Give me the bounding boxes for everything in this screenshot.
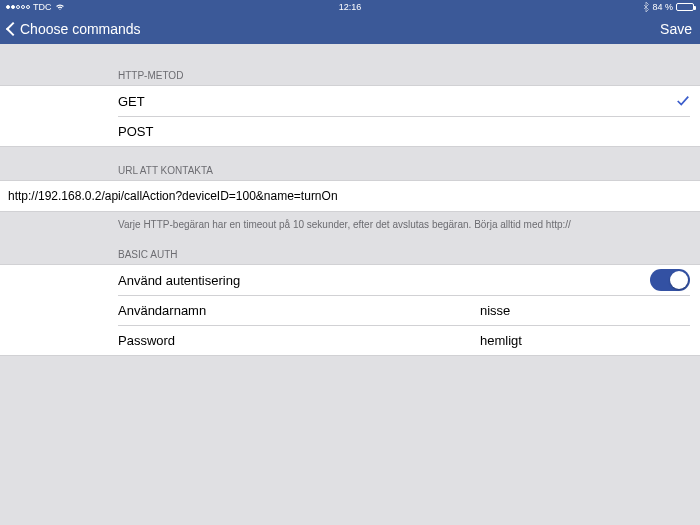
status-right: 84 % bbox=[643, 2, 694, 12]
auth-toggle-label: Använd autentisering bbox=[118, 273, 240, 288]
password-value: hemligt bbox=[480, 333, 522, 348]
username-value: nisse bbox=[480, 303, 510, 318]
option-label: GET bbox=[118, 94, 145, 109]
option-label: POST bbox=[118, 124, 153, 139]
signal-dots-icon bbox=[6, 5, 30, 9]
username-label: Användarnamn bbox=[118, 303, 206, 318]
url-group: http://192.168.0.2/api/callAction?device… bbox=[0, 180, 700, 212]
wifi-icon bbox=[55, 3, 65, 11]
username-row[interactable]: Användarnamn nisse bbox=[0, 295, 700, 325]
back-label: Choose commands bbox=[20, 21, 141, 37]
password-row[interactable]: Password hemligt bbox=[0, 325, 700, 355]
url-header: URL ATT KONTAKTA bbox=[0, 147, 700, 180]
url-footer: Varje HTTP-begäran har en timeout på 10 … bbox=[0, 212, 700, 231]
auth-toggle[interactable] bbox=[650, 269, 690, 291]
http-method-header: HTTP-METOD bbox=[0, 52, 700, 85]
http-method-group: GET POST bbox=[0, 85, 700, 147]
battery-percent: 84 % bbox=[652, 2, 673, 12]
clock: 12:16 bbox=[339, 2, 362, 12]
auth-group: Använd autentisering Användarnamn nisse … bbox=[0, 264, 700, 356]
checkmark-icon bbox=[676, 94, 690, 108]
url-input[interactable]: http://192.168.0.2/api/callAction?device… bbox=[0, 181, 700, 211]
battery-icon bbox=[676, 3, 694, 11]
chevron-left-icon bbox=[6, 22, 20, 36]
back-button[interactable]: Choose commands bbox=[8, 21, 141, 37]
save-button[interactable]: Save bbox=[660, 21, 692, 37]
password-label: Password bbox=[118, 333, 175, 348]
http-method-option-post[interactable]: POST bbox=[0, 116, 700, 146]
auth-toggle-row: Använd autentisering bbox=[0, 265, 700, 295]
url-value: http://192.168.0.2/api/callAction?device… bbox=[8, 189, 338, 203]
bluetooth-icon bbox=[643, 2, 649, 12]
status-bar: TDC 12:16 84 % bbox=[0, 0, 700, 14]
auth-header: BASIC AUTH bbox=[0, 231, 700, 264]
status-left: TDC bbox=[6, 2, 65, 12]
carrier-label: TDC bbox=[33, 2, 52, 12]
http-method-option-get[interactable]: GET bbox=[0, 86, 700, 116]
nav-bar: Choose commands Save bbox=[0, 14, 700, 44]
